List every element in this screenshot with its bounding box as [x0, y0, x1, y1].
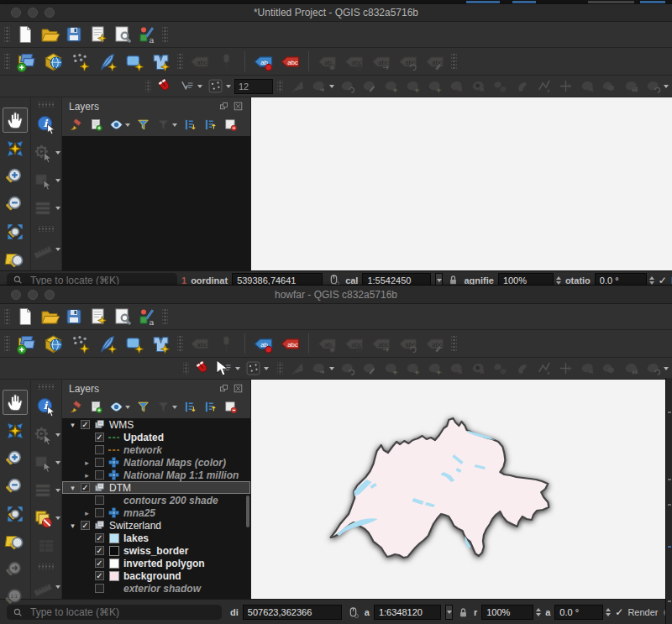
- select-rows-button[interactable]: [31, 479, 61, 502]
- titlebar[interactable]: howfar - QGIS c832a5716b: [0, 285, 672, 304]
- collapse-all-button[interactable]: [202, 399, 218, 415]
- expander-icon[interactable]: ▸: [82, 459, 92, 467]
- dropdown-caret-icon[interactable]: [197, 85, 202, 88]
- zoom-last-button[interactable]: [3, 558, 27, 581]
- zoom-out-button[interactable]: [3, 192, 27, 216]
- tracing-dots-button[interactable]: [206, 76, 232, 96]
- delete-part-button[interactable]: [447, 76, 466, 96]
- float-panel-icon[interactable]: [218, 383, 229, 394]
- layer-row-wms[interactable]: ▾✓WMS: [62, 418, 250, 431]
- toolbar-drag-handle[interactable]: [4, 308, 10, 325]
- scale-dropdown[interactable]: [445, 605, 453, 620]
- dropdown-caret-icon[interactable]: [55, 489, 60, 492]
- zoom-full-button[interactable]: [3, 220, 27, 244]
- magnifier-spinner[interactable]: [536, 608, 541, 616]
- rotation-spinner[interactable]: [649, 276, 654, 285]
- float-panel-icon[interactable]: [218, 101, 229, 112]
- layer-row-mna25[interactable]: ▸mna25: [62, 506, 250, 519]
- layer-row-switzerland[interactable]: ▾✓Switzerland: [62, 519, 250, 532]
- snapping-tolerance-field[interactable]: [234, 79, 273, 94]
- vertex-tool-button[interactable]: s: [534, 76, 554, 96]
- dropdown-caret-icon[interactable]: [235, 367, 240, 370]
- layout-manager-button[interactable]: [112, 306, 134, 328]
- rotate-point-button[interactable]: [643, 76, 669, 96]
- zoom-window-button[interactable]: [45, 8, 55, 18]
- add-vector-layer-button[interactable]: [14, 50, 39, 74]
- layer-checkbox[interactable]: [95, 496, 104, 505]
- toolbar-drag-handle[interactable]: [177, 334, 183, 353]
- reshape-button[interactable]: [512, 76, 532, 96]
- label-abc-rotate-gray-button[interactable]: abc: [396, 50, 420, 74]
- layer-row-swiss-border[interactable]: ✓swiss_border: [62, 544, 250, 557]
- label-abc-arrow-gray-button[interactable]: abc: [369, 332, 393, 356]
- dropdown-caret-icon[interactable]: [329, 85, 334, 88]
- close-window-button[interactable]: [11, 290, 21, 300]
- new-project-button[interactable]: [14, 306, 36, 328]
- add-raster-layer-button[interactable]: [41, 332, 66, 356]
- trim-extend-button[interactable]: [556, 359, 575, 378]
- add-delimited-text-button[interactable]: [68, 50, 92, 74]
- delete-part-button[interactable]: [447, 359, 466, 378]
- open-project-button[interactable]: [39, 306, 60, 328]
- label-abc-pencil-gray-button[interactable]: abc: [423, 50, 447, 74]
- dropdown-caret-icon[interactable]: [226, 85, 231, 88]
- expander-icon[interactable]: ▸: [82, 471, 92, 480]
- lock-scale-icon[interactable]: [457, 606, 470, 619]
- style-manager-button[interactable]: a: [136, 24, 158, 45]
- add-spatialite-layer-button[interactable]: [122, 50, 146, 74]
- zoom-layer-button[interactable]: [3, 530, 27, 553]
- rotate-point-button[interactable]: [643, 359, 669, 378]
- render-checkbox[interactable]: ✓: [615, 606, 623, 618]
- add-wms-layer-button[interactable]: [149, 332, 173, 356]
- move-feature-button[interactable]: [309, 359, 335, 378]
- dropdown-caret-icon[interactable]: [664, 367, 669, 370]
- layer-row-updated[interactable]: ✓Updated: [62, 431, 250, 443]
- zoom-in-button[interactable]: [3, 447, 27, 470]
- dropdown-caret-icon[interactable]: [55, 433, 60, 437]
- attributes-edit-button[interactable]: [622, 359, 641, 378]
- deselect-all-button[interactable]: [31, 506, 61, 530]
- layer-checkbox[interactable]: ✓: [95, 571, 104, 580]
- minimize-window-button[interactable]: [28, 8, 38, 18]
- scale-field[interactable]: [374, 605, 441, 620]
- layer-row-dtm[interactable]: ▾✓DTM: [62, 481, 250, 494]
- label-ab-gray-button[interactable]: ab: [315, 332, 339, 356]
- ruler-button[interactable]: [287, 76, 307, 96]
- dropdown-caret-icon[interactable]: [55, 461, 60, 464]
- add-rectangle-button[interactable]: [425, 359, 444, 378]
- traffic-lights[interactable]: [11, 8, 55, 18]
- pan-selection-button[interactable]: [3, 137, 27, 160]
- expand-all-button[interactable]: [182, 399, 198, 415]
- zoom-in-button[interactable]: [3, 165, 27, 188]
- stream-v-button[interactable]: [177, 76, 203, 96]
- add-circle-button[interactable]: [381, 359, 401, 378]
- select-rect-button[interactable]: [31, 169, 61, 192]
- layer-tree-empty[interactable]: [62, 136, 250, 270]
- mouse-extent-icon[interactable]: [346, 606, 360, 620]
- toolbar-drag-handle[interactable]: [4, 52, 10, 71]
- toolbar-drag-handle[interactable]: [183, 362, 189, 375]
- expander-icon[interactable]: ▾: [68, 421, 77, 429]
- merge-features-button[interactable]: [600, 359, 619, 378]
- add-circle-button[interactable]: [381, 76, 401, 96]
- ruler-button[interactable]: [287, 359, 307, 378]
- layer-row-network[interactable]: network: [62, 443, 250, 456]
- zoom-native-button[interactable]: 1:1: [3, 585, 27, 609]
- add-vector-layer-button[interactable]: [14, 332, 39, 356]
- delete-ring-button[interactable]: [469, 76, 488, 96]
- label-ab-blue-button[interactable]: ab: [251, 50, 276, 74]
- filter-expression-button[interactable]: [155, 117, 178, 133]
- layer-row-national-maps-color-[interactable]: ▸National Maps (color): [62, 456, 250, 469]
- attr-table-button[interactable]: [34, 534, 58, 558]
- layer-checkbox[interactable]: ✓: [81, 483, 90, 492]
- identify-button[interactable]: i: [34, 113, 58, 137]
- close-panel-icon[interactable]: [233, 101, 244, 112]
- tracing-dots-button[interactable]: [244, 359, 270, 378]
- dropdown-caret-icon[interactable]: [329, 367, 334, 370]
- label-abc-rotate-gray-button[interactable]: abc: [396, 332, 420, 356]
- toolbar-drag-handle[interactable]: [37, 564, 55, 569]
- close-panel-icon[interactable]: [233, 383, 244, 394]
- expand-all-button[interactable]: [182, 117, 198, 133]
- dropdown-caret-icon[interactable]: [172, 406, 177, 409]
- add-postgis-layer-button[interactable]: [95, 332, 119, 356]
